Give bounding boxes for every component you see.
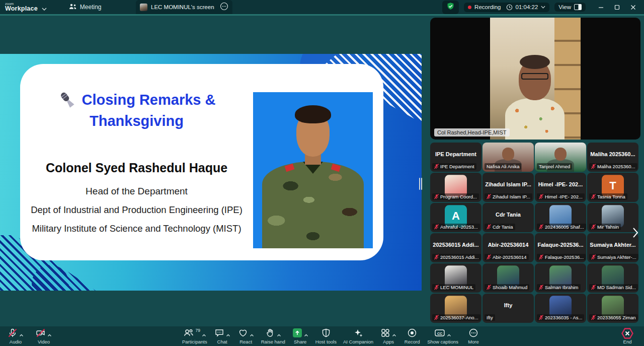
shield-icon	[321, 328, 331, 340]
participant-label: MD Sadman Sid...	[589, 284, 638, 291]
chevron-down-icon[interactable]	[541, 6, 545, 9]
active-speaker-video[interactable]: Col Rashed,Head-IPE,MIST	[430, 18, 640, 140]
logo-zoom-text: zoom	[5, 2, 38, 6]
minimize-button[interactable]	[594, 2, 608, 13]
chevron-up-icon[interactable]	[447, 330, 451, 339]
participant-tile[interactable]: Ifty Ifty	[482, 294, 534, 323]
ellipsis-circle-icon[interactable]	[220, 2, 228, 13]
participant-label-text: Tanjeel Ahmed	[539, 164, 570, 169]
participants-button[interactable]: 79 Participants	[182, 328, 207, 344]
people-icon	[69, 3, 77, 12]
security-badge[interactable]	[442, 1, 459, 14]
close-button[interactable]	[626, 2, 640, 13]
clock-icon	[506, 4, 513, 11]
participant-tile[interactable]: Program Coord...	[430, 173, 481, 202]
mic-muted-icon	[487, 285, 491, 290]
participant-name: Himel -IPE- 202...	[537, 173, 584, 196]
meeting-timer: 01:04:22	[516, 4, 538, 10]
participant-label-text: Mir Tahsin	[597, 224, 619, 230]
chat-button[interactable]: Chat	[214, 328, 231, 344]
speaker-institute: Military Institute of Science and Techno…	[20, 223, 253, 234]
participant-label-text: 202536015 Addi...	[440, 254, 479, 260]
mic-muted-icon	[591, 315, 596, 320]
participant-tile[interactable]: Falaque-202536... Falaque-202536...	[535, 233, 586, 262]
participant-label-text: Sumaiya Akhter-...	[597, 254, 636, 260]
participant-tile[interactable]: 202336055 Ziman	[587, 294, 638, 323]
participant-label-text: Tasnia Tonna	[597, 194, 625, 199]
participant-name: Zihadul Islam IP...	[485, 173, 532, 196]
participant-tile[interactable]: 202436005 Shaf...	[535, 203, 586, 232]
speaker-portrait-photo	[253, 92, 373, 248]
panel-resize-handle[interactable]	[419, 178, 423, 190]
captions-button[interactable]: CC Show captions	[427, 328, 458, 344]
participant-tile[interactable]: LEC MOMINUL	[430, 263, 481, 293]
participant-tile[interactable]: Maliha 2025360... Maliha 2025360...	[587, 143, 638, 172]
video-button[interactable]: Video	[35, 328, 52, 344]
tab-shared-screen[interactable]: LEC MOMINUL's screen	[136, 0, 232, 14]
microphone-icon	[58, 91, 76, 109]
mic-muted-icon	[539, 285, 543, 290]
chevron-up-icon[interactable]	[47, 330, 52, 339]
participant-label: Falaque-202536...	[537, 254, 586, 260]
mic-muted-icon	[591, 285, 596, 290]
chevron-up-icon[interactable]	[250, 330, 254, 339]
more-button[interactable]: More	[465, 328, 482, 344]
participant-tile[interactable]: Tanjeel Ahmed	[535, 143, 586, 172]
participant-tile[interactable]: MD Sadman Sid...	[587, 263, 638, 293]
maximize-button[interactable]	[610, 2, 624, 13]
raise-hand-icon	[265, 328, 275, 340]
react-button[interactable]: React	[237, 328, 255, 344]
share-button[interactable]: Share	[292, 328, 309, 344]
participant-tile[interactable]: 202336035 - As...	[535, 294, 586, 323]
chevron-down-icon[interactable]	[42, 4, 47, 13]
mic-muted-icon	[591, 194, 596, 199]
participant-label: 202336035 - As...	[537, 314, 584, 321]
participant-tile[interactable]: Shoaib Mahmud	[482, 263, 534, 293]
mic-muted-icon	[487, 224, 491, 230]
mic-muted-icon	[539, 194, 543, 199]
participant-tile[interactable]: Cdr Tania Cdr Tania	[482, 203, 534, 232]
participant-tile[interactable]: Salman Ibrahim	[535, 263, 586, 293]
end-button[interactable]: End	[619, 328, 636, 344]
chevron-up-icon[interactable]	[277, 330, 281, 339]
participant-label: 202536015 Addi...	[432, 254, 481, 260]
mic-muted-icon	[434, 164, 439, 169]
participant-name: Ifty	[485, 294, 532, 317]
shared-screen-slide: Closing Remarks & Thanksgiving Colonel S…	[0, 54, 422, 291]
record-button[interactable]: Record	[404, 328, 421, 344]
participant-tile[interactable]: IPE Department IPE Department	[430, 143, 481, 172]
participant-tile[interactable]: 202536015 Addi... 202536015 Addi...	[430, 233, 481, 262]
ai-companion-button[interactable]: AI Companion	[343, 328, 373, 344]
host-tools-button[interactable]: Host tools	[315, 328, 337, 344]
chevron-up-icon[interactable]	[392, 330, 396, 339]
participant-tile[interactable]: Nafisa Ali Anika	[482, 143, 534, 172]
chevron-up-icon[interactable]	[304, 330, 308, 339]
recording-indicator[interactable]: Recording 01:04:22	[464, 3, 549, 12]
participant-tile[interactable]: 202536037-Ano...	[430, 294, 481, 323]
participant-tile[interactable]: T Tasnia Tonna	[587, 173, 638, 202]
chevron-up-icon[interactable]	[202, 330, 206, 339]
more-icon	[468, 328, 478, 340]
view-label: View	[558, 4, 571, 10]
chevron-up-icon[interactable]	[226, 330, 230, 339]
view-button[interactable]: View	[554, 3, 586, 12]
chevron-up-icon[interactable]	[19, 330, 24, 339]
participant-label-text: Zihadul Islam IP...	[493, 194, 530, 199]
chat-icon	[214, 328, 224, 340]
slide-title-line2: Thanksgiving	[20, 110, 253, 131]
participant-tile[interactable]: Himel -IPE- 202... Himel -IPE- 202...	[535, 173, 586, 202]
participant-tile[interactable]: A Ashraful -20253...	[430, 203, 481, 232]
slide-title-line1: Closing Remarks &	[82, 89, 216, 110]
apps-button[interactable]: Apps	[380, 328, 397, 344]
participant-label-text: Maliha 2025360...	[597, 164, 635, 169]
participant-label: Tanjeel Ahmed	[537, 163, 572, 170]
raise-hand-button[interactable]: Raise hand	[261, 328, 285, 344]
next-participants-page-button[interactable]	[631, 227, 640, 240]
participant-tile[interactable]: Abir-202536014 Abir-202536014	[482, 233, 534, 262]
participant-tile[interactable]: Zihadul Islam IP... Zihadul Islam IP...	[482, 173, 534, 202]
speaker-department: Dept of Industrial and Production Engine…	[20, 204, 253, 216]
participant-label: 202436005 Shaf...	[537, 224, 586, 230]
tab-meeting[interactable]: Meeting	[64, 0, 107, 14]
video-slash-icon	[36, 328, 46, 340]
audio-button[interactable]: Audio	[7, 328, 24, 344]
